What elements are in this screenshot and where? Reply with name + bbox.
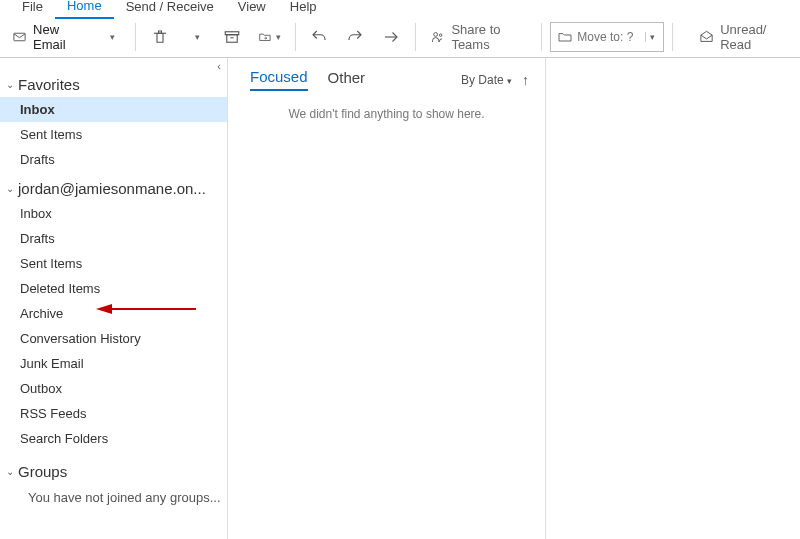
delete-button[interactable] xyxy=(144,21,176,53)
trash-icon xyxy=(151,28,169,46)
new-email-label: New Email xyxy=(33,22,85,52)
folder-icon xyxy=(557,29,573,45)
share-to-teams-label: Share to Teams xyxy=(451,22,527,52)
collapse-sidebar-button[interactable]: ‹ xyxy=(217,60,221,72)
empty-list-message: We didn't find anything to show here. xyxy=(228,97,545,131)
groups-header[interactable]: ⌄ Groups xyxy=(0,459,227,484)
new-email-dropdown[interactable]: ▾ xyxy=(95,21,127,53)
separator xyxy=(295,23,296,51)
move-to-dropdown[interactable]: ▾ xyxy=(645,32,659,42)
teams-icon xyxy=(430,28,445,46)
separator xyxy=(672,23,673,51)
favorites-inbox[interactable]: Inbox xyxy=(0,97,227,122)
delete-dropdown[interactable]: ▾ xyxy=(180,21,212,53)
folder-archive[interactable]: Archive xyxy=(0,301,227,326)
folder-junk-email[interactable]: Junk Email xyxy=(0,351,227,376)
focused-tab[interactable]: Focused xyxy=(250,68,308,91)
move-button[interactable]: ▾ xyxy=(252,21,287,53)
tab-home[interactable]: Home xyxy=(55,0,114,19)
folder-outbox[interactable]: Outbox xyxy=(0,376,227,401)
groups-label: Groups xyxy=(18,463,67,480)
message-list-pane: Focused Other By Date ▾ ↑ We didn't find… xyxy=(228,58,546,539)
archive-icon xyxy=(223,28,241,46)
favorites-sent-items[interactable]: Sent Items xyxy=(0,122,227,147)
other-tab[interactable]: Other xyxy=(328,69,366,90)
folder-rss-feeds[interactable]: RSS Feeds xyxy=(0,401,227,426)
chevron-down-icon: ⌄ xyxy=(6,466,14,477)
folder-deleted-items[interactable]: Deleted Items xyxy=(0,276,227,301)
separator xyxy=(135,23,136,51)
folder-drafts[interactable]: Drafts xyxy=(0,226,227,251)
reading-pane xyxy=(546,58,800,539)
favorites-label: Favorites xyxy=(18,76,80,93)
share-to-teams-button[interactable]: Share to Teams xyxy=(424,21,533,53)
move-to-combo[interactable]: ▾ xyxy=(550,22,664,52)
folder-move-icon xyxy=(258,28,272,46)
favorites-drafts[interactable]: Drafts xyxy=(0,147,227,172)
separator xyxy=(541,23,542,51)
separator xyxy=(415,23,416,51)
folder-inbox[interactable]: Inbox xyxy=(0,201,227,226)
svg-point-5 xyxy=(434,32,438,36)
tab-view[interactable]: View xyxy=(226,0,278,18)
account-label: jordan@jamiesonmane.on... xyxy=(18,180,206,197)
account-header[interactable]: ⌄ jordan@jamiesonmane.on... xyxy=(0,172,227,201)
chevron-down-icon: ⌄ xyxy=(6,79,14,90)
arrow-right-icon xyxy=(382,28,400,46)
forward-button[interactable] xyxy=(375,21,407,53)
chevron-down-icon: ⌄ xyxy=(6,183,14,194)
undo-icon xyxy=(310,28,328,46)
tab-file[interactable]: File xyxy=(10,0,55,18)
redo-button[interactable] xyxy=(339,21,371,53)
new-email-button[interactable]: New Email xyxy=(6,21,91,53)
envelope-open-icon xyxy=(699,28,714,46)
tab-send-receive[interactable]: Send / Receive xyxy=(114,0,226,18)
unread-read-label: Unread/ Read xyxy=(720,22,788,52)
redo-icon xyxy=(346,28,364,46)
unread-read-button[interactable]: Unread/ Read xyxy=(693,21,794,53)
archive-button[interactable] xyxy=(216,21,248,53)
svg-point-6 xyxy=(440,33,443,36)
undo-button[interactable] xyxy=(303,21,335,53)
favorites-header[interactable]: ⌄ Favorites xyxy=(0,72,227,97)
sort-direction-button[interactable]: ↑ xyxy=(522,72,529,88)
folder-search-folders[interactable]: Search Folders xyxy=(0,426,227,451)
folder-pane: ‹ ⌄ Favorites Inbox Sent Items Drafts ⌄ … xyxy=(0,58,228,539)
folder-conversation-history[interactable]: Conversation History xyxy=(0,326,227,351)
svg-rect-2 xyxy=(227,34,238,42)
move-to-input[interactable] xyxy=(577,30,641,44)
folder-sent-items[interactable]: Sent Items xyxy=(0,251,227,276)
mail-icon xyxy=(12,28,27,46)
groups-empty-message: You have not joined any groups... xyxy=(0,484,227,511)
tab-help[interactable]: Help xyxy=(278,0,329,18)
sort-by-date[interactable]: By Date ▾ xyxy=(461,73,512,87)
svg-rect-0 xyxy=(14,33,25,41)
